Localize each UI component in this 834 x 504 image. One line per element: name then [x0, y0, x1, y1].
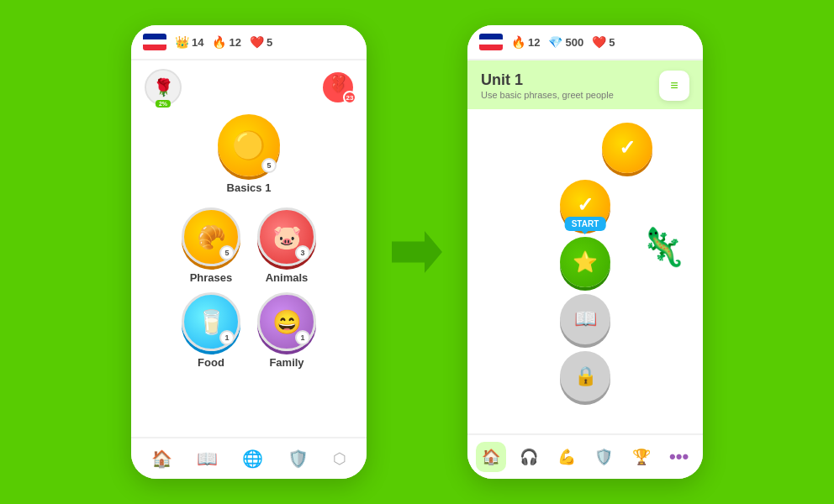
- duo-mascot: 🦎: [640, 228, 686, 265]
- stat-gem-right: 💎 500: [548, 35, 583, 49]
- stat-crown: 👑 14: [175, 35, 203, 49]
- node-completed-1[interactable]: ✓: [602, 123, 652, 173]
- avatar-badge: 2%: [156, 100, 171, 108]
- lesson-phrases: 🥐 5 Phrases: [182, 207, 240, 284]
- gem-icon-right: 💎: [548, 35, 562, 49]
- app-container: 👑 14 🔥 12 ❤️ 5 🌹 2% 💔 23: [0, 0, 834, 504]
- flag-icon-left[interactable]: [143, 34, 166, 50]
- unit-subtitle: Use basic phrases, greet people: [481, 90, 614, 100]
- family-circle[interactable]: 😄 1: [257, 292, 316, 351]
- bottom-nav-right: 🏠 🎧 💪 🛡️ 🏆 •••: [467, 433, 703, 479]
- lock-icon: 🔒: [574, 365, 597, 387]
- node-locked[interactable]: 🔒: [560, 351, 610, 402]
- fire-icon-right: 🔥: [511, 35, 525, 49]
- heart-icon-right: ❤️: [592, 35, 606, 49]
- top-bar-left: 👑 14 🔥 12 ❤️ 5: [131, 25, 367, 60]
- fire-value-right: 12: [528, 36, 540, 49]
- nav2-more[interactable]: •••: [664, 442, 694, 472]
- nav-home-left[interactable]: 🏠: [145, 445, 179, 472]
- basics1-circle[interactable]: 🟡 5: [218, 114, 280, 176]
- node-row-1: ✓: [467, 123, 703, 173]
- nav2-headphones[interactable]: 🎧: [514, 442, 544, 472]
- heart-icon-left: ❤️: [250, 35, 264, 49]
- start-label: START: [565, 217, 606, 231]
- nav-book-left[interactable]: 📖: [190, 445, 224, 472]
- animals-badge: 3: [295, 245, 310, 260]
- stat-fire-left: 🔥 12: [212, 35, 240, 49]
- basics1-badge: 5: [261, 158, 277, 173]
- flag-icon-right[interactable]: [479, 34, 503, 50]
- fire-value-left: 12: [229, 36, 240, 49]
- bottom-nav-left: 🏠 📖 🌐 🛡️ ⬡: [131, 437, 367, 479]
- nav2-trophy[interactable]: 🏆: [626, 442, 657, 472]
- crown-icon: 👑: [175, 35, 189, 49]
- nav-shield-left[interactable]: 🛡️: [281, 445, 315, 472]
- path-wrapper: ✓ ✓ START ⭐ 🦎: [467, 109, 703, 415]
- node-book[interactable]: 📖: [560, 294, 610, 344]
- avatar-row: 🌹 2% 💔 23: [145, 69, 353, 106]
- checkmark-icon-1: ✓: [619, 136, 636, 160]
- phone2-lesson-path: ✓ ✓ START ⭐ 🦎: [467, 109, 703, 433]
- stat-fire-right: 🔥 12: [511, 35, 540, 49]
- right-arrow-icon: [392, 231, 442, 273]
- checkmark-icon-2: ✓: [577, 193, 594, 217]
- family-label: Family: [269, 356, 304, 369]
- book-icon: 📖: [574, 308, 597, 330]
- heart-value-left: 5: [267, 36, 272, 49]
- nav-hex-left[interactable]: ⬡: [326, 446, 353, 471]
- heart-value-right: 5: [609, 36, 615, 49]
- unit-list-button[interactable]: ≡: [659, 71, 689, 101]
- food-badge: 1: [219, 330, 235, 345]
- broken-heart-count: 23: [343, 91, 356, 104]
- unit-info: Unit 1 Use basic phrases, greet people: [481, 71, 614, 100]
- basics1-icon: 🟡: [232, 129, 266, 161]
- avatar[interactable]: 🌹 2%: [145, 69, 182, 106]
- food-label: Food: [198, 356, 224, 369]
- lesson-row-food-family: 🥛 1 Food 😄 1 Family: [145, 292, 353, 369]
- node-row-locked: 🔒: [467, 351, 703, 402]
- nav2-dumbbell[interactable]: 💪: [552, 442, 582, 472]
- phone-left: 👑 14 🔥 12 ❤️ 5 🌹 2% 💔 23: [131, 25, 367, 479]
- family-badge: 1: [295, 330, 310, 345]
- stat-heart-right: ❤️ 5: [592, 35, 615, 49]
- broken-heart-badge[interactable]: 💔 23: [323, 72, 353, 102]
- star-icon: ⭐: [573, 250, 598, 274]
- node-start[interactable]: START ⭐: [560, 237, 610, 287]
- food-circle[interactable]: 🥛 1: [182, 292, 240, 351]
- crown-value: 14: [192, 36, 203, 49]
- animals-label: Animals: [266, 271, 309, 284]
- phrases-circle[interactable]: 🥐 5: [182, 207, 240, 266]
- phrases-label: Phrases: [190, 271, 233, 284]
- nav2-shield[interactable]: 🛡️: [589, 442, 619, 472]
- animals-circle[interactable]: 🐷 3: [257, 207, 316, 266]
- basics1-label: Basics 1: [227, 181, 272, 194]
- lesson-row-phrases-animals: 🥐 5 Phrases 🐷 3 Animals: [145, 207, 353, 284]
- unit-title: Unit 1: [481, 71, 614, 89]
- node-row-start: START ⭐ 🦎: [467, 237, 703, 287]
- fire-icon-left: 🔥: [212, 35, 226, 49]
- top-bar-right: 🔥 12 💎 500 ❤️ 5: [467, 25, 703, 60]
- unit-header: Unit 1 Use basic phrases, greet people ≡: [467, 60, 703, 109]
- phone-right: 🔥 12 💎 500 ❤️ 5 Unit 1 Use basic phrases…: [467, 25, 703, 479]
- node-row-book: 📖: [467, 294, 703, 344]
- lesson-family: 😄 1 Family: [257, 292, 316, 369]
- stat-heart-left: ❤️ 5: [250, 35, 272, 49]
- lesson-basics1: 🟡 5 Basics 1: [145, 114, 353, 194]
- nav2-home[interactable]: 🏠: [476, 442, 506, 472]
- phrases-badge: 5: [219, 245, 235, 260]
- gem-value-right: 500: [565, 36, 583, 49]
- lesson-animals: 🐷 3 Animals: [257, 207, 316, 284]
- arrow-container: [392, 231, 442, 273]
- phone1-content: 🌹 2% 💔 23 🟡 5 Basics 1: [131, 60, 367, 437]
- nav-globe-left[interactable]: 🌐: [235, 445, 270, 472]
- lesson-food: 🥛 1 Food: [182, 292, 240, 369]
